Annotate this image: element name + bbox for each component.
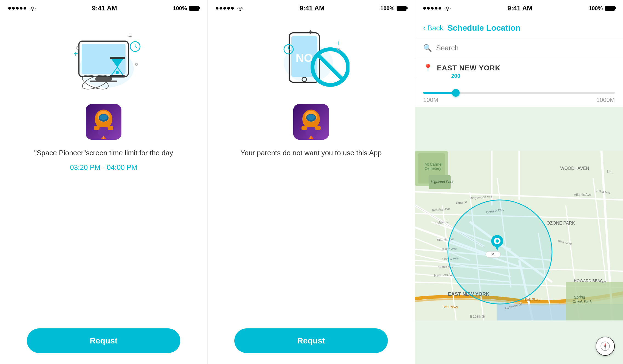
- svg-point-24: [100, 114, 107, 120]
- svg-text:+: +: [336, 39, 340, 47]
- signal-2: [216, 5, 244, 11]
- screen-time-svg: + +: [62, 25, 145, 96]
- slider-thumb[interactable]: [452, 89, 460, 97]
- svg-text:Cemetery: Cemetery: [425, 166, 441, 171]
- svg-point-54: [447, 10, 448, 11]
- location-row[interactable]: 📍 EAST NEW YORK: [415, 58, 623, 78]
- svg-point-0: [32, 10, 33, 11]
- battery-percent-1: 100%: [173, 5, 187, 12]
- description-1: "Space Pioneer"screen time limit for the…: [34, 148, 173, 158]
- location-name: EAST NEW YORK: [437, 64, 500, 72]
- panel-screen-time: 9:41 AM 100%: [0, 0, 207, 364]
- slider-fill: [423, 92, 456, 94]
- svg-text:!: !: [310, 136, 311, 139]
- time-3: 9:41 AM: [507, 4, 532, 12]
- map-container: Mt Carmel Cemetery Highland Park: [415, 107, 623, 364]
- right-status-3: 100%: [589, 5, 615, 12]
- app-icon-2: !: [293, 104, 329, 140]
- map-svg: Mt Carmel Cemetery Highland Park: [415, 107, 623, 364]
- svg-point-109: [448, 200, 552, 304]
- svg-rect-26: [94, 126, 99, 130]
- request-button-2[interactable]: Requst: [234, 328, 388, 353]
- svg-text:Belt Pkwy: Belt Pkwy: [442, 305, 458, 309]
- schedule-location-panel: 9:41 AM 100% ‹ Back Schedule Location 🔍 …: [415, 0, 623, 364]
- right-status-1: 100%: [173, 5, 199, 12]
- svg-rect-27: [108, 126, 113, 130]
- svg-line-13: [135, 47, 137, 48]
- nav-row: ‹ Back Schedule Location: [423, 21, 615, 35]
- svg-text:NO: NO: [296, 51, 313, 64]
- back-button[interactable]: ‹ Back: [423, 24, 443, 32]
- map-background: Mt Carmel Cemetery Highland Park: [415, 107, 623, 364]
- signal-3: [423, 5, 451, 11]
- svg-text:+: +: [308, 27, 313, 36]
- back-label: Back: [427, 24, 443, 32]
- slider-labels: 100M 1000M: [423, 96, 615, 104]
- svg-rect-25: [98, 127, 109, 136]
- svg-point-17: [135, 63, 138, 65]
- svg-rect-5: [90, 81, 117, 82]
- time-2: 9:41 AM: [300, 4, 325, 12]
- svg-rect-50: [301, 126, 307, 130]
- slider-area: 200 100M 1000M: [415, 78, 623, 107]
- screen-time-illustration: + +: [60, 22, 147, 99]
- svg-text:Belt Pkwy: Belt Pkwy: [525, 297, 540, 302]
- svg-text:Creek Park: Creek Park: [573, 299, 592, 304]
- right-status-2: 100%: [380, 5, 406, 12]
- svg-point-10: [116, 71, 119, 74]
- svg-point-112: [496, 239, 499, 243]
- search-bar: 🔍: [415, 38, 623, 58]
- search-input[interactable]: [436, 44, 615, 52]
- battery-percent-2: 100%: [380, 5, 394, 12]
- svg-rect-51: [315, 126, 321, 130]
- slider-track: [423, 92, 615, 94]
- slider-min-label: 100M: [423, 96, 438, 104]
- location-pin-icon: 📍: [423, 64, 433, 73]
- svg-text:E 108th St: E 108th St: [470, 315, 485, 319]
- svg-rect-8: [110, 57, 125, 59]
- status-bar-2: 9:41 AM 100%: [207, 0, 415, 16]
- search-icon: 🔍: [423, 44, 432, 52]
- svg-text:WOODHAVEN: WOODHAVEN: [560, 166, 589, 171]
- svg-rect-9: [110, 75, 125, 78]
- schedule-header: ‹ Back Schedule Location: [415, 16, 623, 38]
- svg-point-30: [240, 10, 241, 11]
- svg-rect-49: [306, 127, 317, 136]
- signal-1: [8, 5, 36, 11]
- description-2: Your parents do not want you to use this…: [240, 148, 382, 158]
- block-app-illustration: NO + +: [267, 22, 355, 99]
- status-bar-1: 9:41 AM 100%: [0, 0, 207, 16]
- svg-text:⊕: ⊕: [492, 253, 494, 256]
- block-app-svg: NO + +: [273, 25, 349, 96]
- svg-text:Mt Carmel: Mt Carmel: [425, 162, 442, 167]
- panel-block-app: 9:41 AM 100% NO + +: [207, 0, 415, 364]
- svg-text:Atlantic Ave: Atlantic Ave: [574, 193, 591, 197]
- slider-max-label: 1000M: [596, 96, 615, 104]
- svg-text:+: +: [128, 33, 132, 40]
- compass-button[interactable]: [596, 337, 615, 356]
- svg-text:+: +: [73, 49, 78, 58]
- app-icon-1: !: [86, 104, 121, 140]
- svg-point-48: [307, 114, 315, 120]
- schedule-title: Schedule Location: [447, 23, 520, 33]
- request-button-1[interactable]: Requst: [27, 328, 180, 353]
- back-chevron-icon: ‹: [423, 24, 426, 32]
- svg-text:OZONE PARK: OZONE PARK: [547, 221, 575, 225]
- time-1: 9:41 AM: [92, 4, 117, 12]
- time-range-1: 03:20 PM - 04:00 PM: [70, 163, 137, 172]
- status-bar-3: 9:41 AM 100%: [415, 0, 623, 16]
- battery-percent-3: 100%: [589, 5, 603, 12]
- svg-text:!: !: [103, 136, 104, 139]
- svg-text:Highland Park: Highland Park: [431, 180, 454, 184]
- slider-value-bubble: 200: [451, 73, 460, 79]
- svg-text:Spring: Spring: [574, 295, 585, 299]
